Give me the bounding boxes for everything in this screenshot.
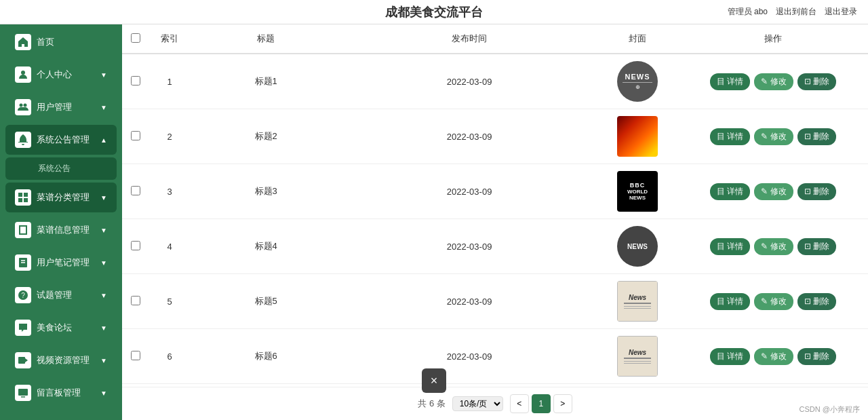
prev-page-btn[interactable]: < [510,394,529,413]
table-container: 索引 标题 发布时间 封面 操作 1 标题1 2022-03-09 NEWS⊕ … [122,24,868,387]
detail-button[interactable]: 目 详情 [710,348,750,365]
sidebar-item-ads[interactable]: 留言板管理 ▼ [5,378,117,408]
quiz-icon: ? [15,287,31,303]
row-cover: NEWS⊕ [597,54,678,109]
row-date: 2022-03-09 [342,109,597,164]
chevron-down-icon-2: ▼ [100,104,107,111]
row-checkbox [122,329,149,384]
svg-rect-3 [18,193,22,197]
row-title: 标题2 [190,109,342,164]
row-select-checkbox[interactable] [131,296,140,305]
row-index: 4 [149,219,190,274]
bell-icon [15,132,31,148]
sidebar-item-recipe-info[interactable]: 菜谱信息管理 ▼ [5,215,117,245]
sidebar-item-video-label: 视频资源管理 [37,354,95,366]
header-actions: 管理员 abo 退出到前台 退出登录 [728,6,857,18]
sidebar-item-personal-label: 个人中心 [37,69,95,81]
edit-button[interactable]: ✎ 修改 [754,238,793,255]
page-1-btn[interactable]: 1 [532,394,551,413]
sidebar-item-quiz[interactable]: ? 试题管理 ▼ [5,280,117,310]
sidebar-item-announcement-label: 系统公告管理 [37,134,95,146]
svg-text:?: ? [21,292,25,299]
chevron-down-icon-9: ▼ [100,389,107,397]
row-select-checkbox[interactable] [131,241,140,250]
chevron-down-icon-4: ▼ [100,227,107,234]
row-date: 2022-03-09 [342,219,597,274]
svg-rect-6 [24,198,28,202]
col-cover: 封面 [597,24,678,54]
select-all-checkbox[interactable] [131,33,140,43]
main-content: 索引 标题 发布时间 封面 操作 1 标题1 2022-03-09 NEWS⊕ … [122,24,868,420]
delete-button[interactable]: ⊡ 删除 [797,128,836,145]
row-cover: News [597,329,678,384]
col-title: 标题 [190,24,342,54]
row-checkbox [122,219,149,274]
svg-point-1 [20,104,23,107]
sidebar-item-video[interactable]: 视频资源管理 ▼ [5,345,117,375]
edit-button[interactable]: ✎ 修改 [754,183,793,200]
delete-button[interactable]: ⊡ 删除 [797,238,836,255]
row-actions: 目 详情 ✎ 修改 ⊡ 删除 [678,164,868,219]
detail-button[interactable]: 目 详情 [710,293,750,310]
row-select-checkbox[interactable] [131,76,140,85]
row-index: 2 [149,109,190,164]
row-select-checkbox[interactable] [131,186,140,195]
next-page-btn[interactable]: > [553,394,572,413]
sidebar-item-ads-label: 留言板管理 [37,387,95,399]
sidebar-item-home-label: 首页 [37,36,107,48]
row-checkbox [122,109,149,164]
svg-marker-13 [25,358,28,362]
sidebar-item-recipe-category[interactable]: 菜谱分类管理 ▼ [5,183,117,212]
delete-button[interactable]: ⊡ 删除 [797,183,836,200]
sidebar-item-home[interactable]: 首页 [5,27,117,57]
delete-button[interactable]: ⊡ 删除 [797,73,836,90]
row-select-checkbox[interactable] [131,351,140,360]
detail-button[interactable]: 目 详情 [710,73,750,90]
sidebar: 首页 个人中心 ▼ 用户管理 ▼ 系统公告管理 ▲ 系统公告 [0,24,122,420]
sidebar-item-forum-label: 美食论坛 [37,322,95,334]
detail-button[interactable]: 目 详情 [710,238,750,255]
chevron-down-icon: ▼ [100,71,107,79]
pagination-bar: 共 6 条 10条/页 20条/页 50条/页 < 1 > [122,387,868,420]
row-actions: 目 详情 ✎ 修改 ⊡ 删除 [678,274,868,329]
edit-button[interactable]: ✎ 修改 [754,73,793,90]
submenu-item-announcement[interactable]: 系统公告 [5,157,117,180]
sidebar-item-personal[interactable]: 个人中心 ▼ [5,60,117,90]
sidebar-item-announcement[interactable]: 系统公告管理 ▲ [5,125,117,155]
edit-button[interactable]: ✎ 修改 [754,348,793,365]
row-date: 2022-03-09 [342,54,597,109]
row-checkbox [122,54,149,109]
table-row: 5 标题5 2022-03-09 News 目 详情 ✎ 修改 ⊡ 删除 [122,274,868,329]
row-actions: 目 详情 ✎ 修改 ⊡ 删除 [678,109,868,164]
watermark: CSDN @小奔程序 [800,404,860,415]
sidebar-item-forum[interactable]: 美食论坛 ▼ [5,313,117,343]
row-select-checkbox[interactable] [131,131,140,140]
detail-button[interactable]: 目 详情 [710,183,750,200]
sidebar-item-user-notes[interactable]: 用户笔记管理 ▼ [5,248,117,278]
edit-button[interactable]: ✎ 修改 [754,128,793,145]
chevron-down-icon-7: ▼ [100,324,107,332]
row-cover [597,109,678,164]
sidebar-item-user-notes-label: 用户笔记管理 [37,256,95,269]
edit-button[interactable]: ✎ 修改 [754,293,793,310]
page-size-select[interactable]: 10条/页 20条/页 50条/页 [452,396,503,411]
svg-point-0 [21,71,25,75]
table-row: 4 标题4 2022-03-09 NEWS 目 详情 ✎ 修改 ⊡ 删除 [122,219,868,274]
sidebar-item-user-mgmt[interactable]: 用户管理 ▼ [5,92,117,122]
row-title: 标题4 [190,219,342,274]
logout-link[interactable]: 退出登录 [825,6,857,18]
row-cover: NEWS [597,219,678,274]
admin-label: 管理员 abo [728,6,768,18]
row-cover: BBC WORLD NEWS [597,164,678,219]
table-row: 3 标题3 2022-03-09 BBC WORLD NEWS 目 详情 ✎ 修… [122,164,868,219]
back-to-front-link[interactable]: 退出到前台 [776,6,816,18]
grid-icon [15,189,31,206]
pagination-nav: < 1 > [510,394,572,413]
detail-button[interactable]: 目 详情 [710,128,750,145]
delete-button[interactable]: ⊡ 删除 [797,293,836,310]
close-button[interactable]: × [422,368,446,393]
svg-rect-12 [18,357,25,364]
col-index: 索引 [149,24,190,54]
row-title: 标题5 [190,274,342,329]
delete-button[interactable]: ⊡ 删除 [797,348,836,365]
